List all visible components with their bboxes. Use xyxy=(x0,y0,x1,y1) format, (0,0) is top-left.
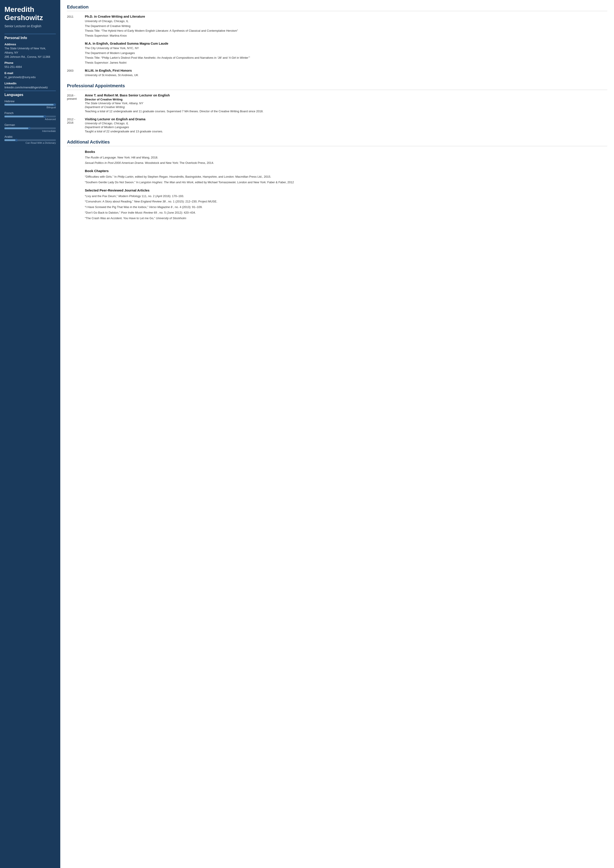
appointment-role: Director of Creative Writing xyxy=(85,98,607,101)
subsection-entry: “Difficulties with Girls.” In Philip Lar… xyxy=(85,175,607,179)
education-entry: 2003M.Litt. in English, First HonorsUniv… xyxy=(67,69,607,78)
entry-year: 2003 xyxy=(67,69,85,78)
candidate-title: Senior Lecturer on English xyxy=(5,24,56,29)
entry-italic-line: University of Chicago, Chicago, IL xyxy=(85,122,607,125)
subsection-entry: “Don’t Go Back to Dalston,” Poor Indie M… xyxy=(85,211,607,215)
entry-heading: Ph.D. in Creative Writing and Literature xyxy=(85,15,607,18)
entry-year: 2016 - present xyxy=(67,93,85,114)
language-bar xyxy=(5,104,56,105)
entry-italic-line: Department of Modern Languages xyxy=(85,126,607,129)
entry-heading: M.A. in English, Graduated Summa Magna C… xyxy=(85,42,607,45)
language-name: Hebrew xyxy=(5,99,56,103)
personal-info-label: LinkedIn xyxy=(5,82,56,85)
sidebar: Meredith Gershowitz Senior Lecturer on E… xyxy=(0,0,60,868)
education-entry: M.A. in English, Graduated Summa Magna C… xyxy=(67,42,607,65)
entry-italic-line: Department of Creative Writing xyxy=(85,105,607,109)
entry-line: Teaching a total of 12 undergraduate and… xyxy=(85,109,607,114)
personal-info-label: Address xyxy=(5,43,56,46)
entry-heading: Anne T. and Robert M. Bass Senior Lectur… xyxy=(85,93,607,97)
entry-content: Anne T. and Robert M. Bass Senior Lectur… xyxy=(85,93,607,114)
language-level: Can Read With a Dictionary xyxy=(5,141,56,144)
subsection-entry: “Conundrum: A Story about Reading,” New … xyxy=(85,199,607,204)
personal-info-label: Phone xyxy=(5,61,56,65)
education-entry: 2011Ph.D. in Creative Writing and Litera… xyxy=(67,15,607,38)
entry-content: Visiting Lecturer on English and DramaUn… xyxy=(85,118,607,134)
subsection-entry: “Livy and the Pax Deum,” Modern Philolog… xyxy=(85,194,607,198)
professional-appointments-title: Professional Appointments xyxy=(67,83,607,90)
language-name: French xyxy=(5,112,56,115)
entry-line: University of Chicago, Chicago, IL xyxy=(85,19,607,23)
language-name: German xyxy=(5,123,56,127)
subsection-title: Books xyxy=(85,150,607,153)
entry-line: Thesis Title: “Philip Larkin’s Distinct … xyxy=(85,56,607,60)
language-bar xyxy=(5,127,56,129)
language-item: HebrewBilingual xyxy=(5,99,56,109)
language-item: ArabicCan Read With a Dictionary xyxy=(5,135,56,144)
entry-content: M.Litt. in English, First HonorsUniversi… xyxy=(85,69,607,78)
language-item: GermanIntermediate xyxy=(5,123,56,132)
subsection-title: Book Chapters xyxy=(85,169,607,173)
entry-year: 2011 xyxy=(67,15,85,38)
entry-year: 2012 - 2016 xyxy=(67,118,85,134)
entry-content: M.A. in English, Graduated Summa Magna C… xyxy=(85,42,607,65)
entry-line: Thesis Supervisor: Martina Knox xyxy=(85,34,607,38)
language-bar xyxy=(5,116,56,118)
subsection-entry: “I Have Screwed the Pig That Was in the … xyxy=(85,205,607,209)
entry-line: The Department of Creative Writing xyxy=(85,24,607,28)
education-entries: 2011Ph.D. in Creative Writing and Litera… xyxy=(67,15,607,78)
entry-line: Thesis Supervisor: James Nutini xyxy=(85,60,607,65)
entry-content: Ph.D. in Creative Writing and Literature… xyxy=(85,15,607,38)
subsection-entry: Sexual Politics in Post-2000 American Dr… xyxy=(85,161,607,165)
personal-info-value: The State University of New York, Albany… xyxy=(5,46,56,59)
language-name: Arabic xyxy=(5,135,56,138)
main-content: Education 2011Ph.D. in Creative Writing … xyxy=(60,0,614,868)
personal-info-label: E-mail xyxy=(5,71,56,75)
additional-content: BooksThe Rustle of Language. New York: H… xyxy=(67,150,607,221)
language-bar xyxy=(5,139,56,141)
entry-line: The City University of New York, NYC, NY xyxy=(85,46,607,50)
personal-info-value: 551-251-4884 xyxy=(5,65,56,69)
language-item: FrenchAdvanced xyxy=(5,112,56,121)
subsection-entry: The Rustle of Language. New York: Hill a… xyxy=(85,155,607,160)
language-level: Advanced xyxy=(5,118,56,121)
entry-year xyxy=(67,42,85,65)
candidate-name: Meredith Gershowitz xyxy=(5,5,56,22)
personal-info-fields: AddressThe State University of New York,… xyxy=(5,43,56,90)
language-level: Bilingual xyxy=(5,106,56,109)
entry-line: Taught a total of 22 undergraduate and 1… xyxy=(85,129,607,134)
languages-list: HebrewBilingualFrenchAdvancedGermanInter… xyxy=(5,99,56,144)
additional-activities-title: Additional Activities xyxy=(67,140,607,146)
appointment-entry: 2012 - 2016Visiting Lecturer on English … xyxy=(67,118,607,134)
entry-heading: M.Litt. in English, First Honors xyxy=(85,69,607,72)
language-level: Intermediate xyxy=(5,130,56,132)
entry-line: University of St Andrews, St Andrews, UK xyxy=(85,73,607,78)
personal-info-value: m_gershowitz@suny.edu xyxy=(5,75,56,79)
education-section-title: Education xyxy=(67,5,607,11)
appointment-entry: 2016 - presentAnne T. and Robert M. Bass… xyxy=(67,93,607,114)
entry-line: The Department of Modern Languages xyxy=(85,51,607,55)
entry-line: Thesis Title: “The Hybrid Hero of Early … xyxy=(85,29,607,33)
appointments-entries: 2016 - presentAnne T. and Robert M. Bass… xyxy=(67,93,607,134)
subsection-title: Selected Peer-Reviewed Journal Articles xyxy=(85,188,607,192)
personal-info-title: Personal Info xyxy=(5,34,56,40)
subsection-entry: “Southern Gentle Lady Do Not Swoon.” In … xyxy=(85,180,607,185)
personal-info-value: linkedin.com/in/meredithgershowitz xyxy=(5,85,56,90)
entry-heading: Visiting Lecturer on English and Drama xyxy=(85,118,607,121)
entry-italic-line: The State University of New York, Albany… xyxy=(85,102,607,105)
languages-title: Languages xyxy=(5,91,56,97)
subsection-entry: “The Crash Was an Accident. You Have to … xyxy=(85,216,607,221)
